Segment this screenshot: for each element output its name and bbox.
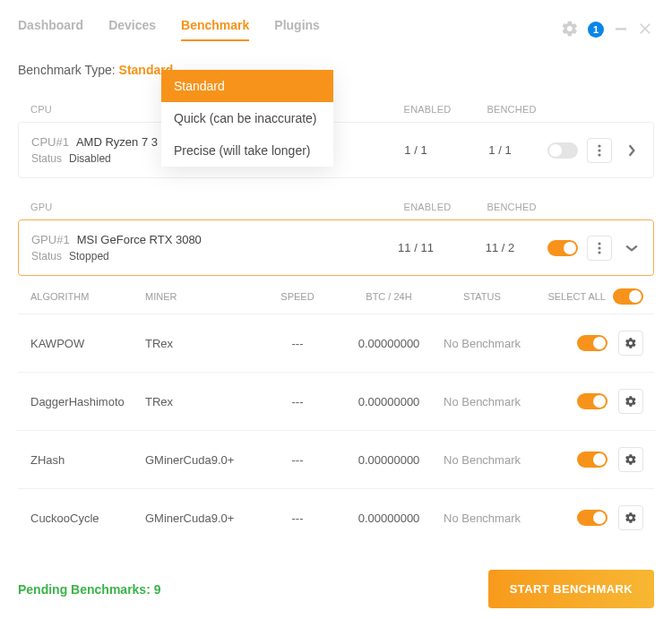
algorithm-table-body: KAWPOWTRex---0.00000000No BenchmarkDagge… <box>18 314 654 546</box>
header-benched: BENCHED <box>464 202 559 212</box>
algo-toggle[interactable] <box>577 335 607 351</box>
algo-btc: 0.00000000 <box>342 395 435 408</box>
footer: Pending Benchmarks: 9 START BENCHMARK <box>18 570 654 619</box>
cpu-toggle[interactable] <box>547 142 578 159</box>
header-enabled: ENABLED <box>391 104 464 115</box>
algo-miner: TRex <box>145 337 253 350</box>
tab-devices[interactable]: Devices <box>108 18 156 41</box>
cpu-section-header: CPU ENABLED BENCHED <box>18 95 654 122</box>
cpu-name: AMD Ryzen 7 3 <box>76 135 158 149</box>
pending-benchmarks: Pending Benchmarks: 9 <box>18 582 161 597</box>
cpu-benched: 1 / 1 <box>452 143 547 157</box>
algo-speed: --- <box>253 337 342 350</box>
algo-miner: TRex <box>145 395 253 408</box>
settings-icon[interactable] <box>561 20 579 40</box>
algo-btc: 0.00000000 <box>342 337 435 350</box>
cpu-tag: CPU#1 <box>31 135 69 149</box>
benchmark-type-row: Benchmark Type: Standard <box>18 63 654 77</box>
main-content: CPU ENABLED BENCHED CPU#1 AMD Ryzen 7 3 … <box>18 95 654 619</box>
svg-point-5 <box>598 246 600 249</box>
algo-settings-button[interactable] <box>618 447 643 472</box>
gpu-status-label: Status <box>31 250 62 262</box>
start-benchmark-button[interactable]: START BENCHMARK <box>488 570 654 608</box>
close-icon[interactable] <box>638 21 654 39</box>
gpu-tag: GPU#1 <box>31 233 70 246</box>
algo-settings-button[interactable] <box>618 331 643 356</box>
algorithm-table-header: ALGORITHM MINER SPEED BTC / 24H STATUS S… <box>18 276 654 314</box>
gpu-device-info: GPU#1 MSI GeForce RTX 3080 Status Stoppe… <box>31 233 379 262</box>
header-enabled: ENABLED <box>391 202 464 212</box>
algo-btc: 0.00000000 <box>342 453 435 467</box>
algorithm-row: CuckooCycleGMinerCuda9.0+---0.00000000No… <box>18 488 654 546</box>
algo-toggle[interactable] <box>577 510 607 526</box>
algo-name: ZHash <box>30 453 145 467</box>
algorithm-row: KAWPOWTRex---0.00000000No Benchmark <box>18 314 654 372</box>
algorithm-row: ZHashGMinerCuda9.0+---0.00000000No Bench… <box>18 430 654 488</box>
benchmark-type-label: Benchmark Type: <box>18 63 116 77</box>
header-status: STATUS <box>435 291 529 302</box>
dropdown-option[interactable]: Precise (will take longer) <box>161 134 333 167</box>
gpu-device-card: GPU#1 MSI GeForce RTX 3080 Status Stoppe… <box>18 219 654 276</box>
algo-name: DaggerHashimoto <box>30 395 145 408</box>
benchmark-type-dropdown[interactable]: StandardQuick (can be inaccurate)Precise… <box>161 70 333 167</box>
gpu-benched: 11 / 2 <box>452 241 547 254</box>
gpu-menu-button[interactable] <box>587 236 612 261</box>
header-miner: MINER <box>145 291 253 302</box>
cpu-device-card: CPU#1 AMD Ryzen 7 3 Status Disabled 1 / … <box>18 122 654 178</box>
algo-miner: GMinerCuda9.0+ <box>145 453 253 467</box>
svg-point-1 <box>598 144 600 147</box>
header-benched: BENCHED <box>464 104 559 115</box>
select-all-toggle[interactable] <box>613 288 643 305</box>
dropdown-option[interactable]: Standard <box>161 70 333 102</box>
gpu-collapse-icon[interactable] <box>621 244 642 253</box>
algo-status: No Benchmark <box>435 395 529 408</box>
dropdown-option[interactable]: Quick (can be inaccurate) <box>161 102 333 134</box>
cpu-status-label: Status <box>31 152 62 165</box>
cpu-menu-button[interactable] <box>587 138 612 163</box>
svg-point-2 <box>598 149 600 151</box>
notification-badge[interactable]: 1 <box>588 21 604 38</box>
svg-point-4 <box>598 242 600 245</box>
algo-toggle[interactable] <box>577 393 607 409</box>
svg-point-3 <box>598 153 600 156</box>
algo-miner: GMinerCuda9.0+ <box>145 512 253 525</box>
algo-name: CuckooCycle <box>30 512 145 525</box>
topbar: DashboardDevicesBenchmarkPlugins 1 <box>18 18 654 41</box>
tab-plugins[interactable]: Plugins <box>274 18 320 41</box>
algo-status: No Benchmark <box>435 453 529 467</box>
cpu-enabled: 1 / 1 <box>379 143 452 157</box>
gpu-toggle[interactable] <box>547 240 578 256</box>
cpu-status-value: Disabled <box>69 152 111 165</box>
algo-toggle[interactable] <box>577 451 607 468</box>
algo-speed: --- <box>253 453 342 467</box>
gpu-name: MSI GeForce RTX 3080 <box>77 233 202 246</box>
nav-tabs: DashboardDevicesBenchmarkPlugins <box>18 18 320 41</box>
algo-btc: 0.00000000 <box>342 512 435 525</box>
algo-settings-button[interactable] <box>618 505 643 530</box>
svg-point-6 <box>598 251 600 254</box>
gpu-status-value: Stopped <box>69 250 109 262</box>
algorithm-row: DaggerHashimotoTRex---0.00000000No Bench… <box>18 372 654 430</box>
algo-status: No Benchmark <box>435 512 529 525</box>
header-select-all: SELECT ALL <box>547 291 606 302</box>
tab-dashboard[interactable]: Dashboard <box>18 18 83 41</box>
svg-rect-0 <box>616 28 626 30</box>
header-speed: SPEED <box>253 291 342 302</box>
cpu-expand-icon[interactable] <box>621 144 642 157</box>
algo-name: KAWPOW <box>30 337 145 350</box>
minimize-icon[interactable] <box>613 21 629 39</box>
window-controls: 1 <box>561 20 654 40</box>
gpu-section-header: GPU ENABLED BENCHED <box>18 193 654 219</box>
algo-speed: --- <box>253 395 342 408</box>
algo-speed: --- <box>253 512 342 525</box>
header-btc: BTC / 24H <box>342 291 435 302</box>
header-algorithm: ALGORITHM <box>30 291 145 302</box>
app: DashboardDevicesBenchmarkPlugins 1 Bench… <box>0 0 672 619</box>
algo-status: No Benchmark <box>435 337 529 350</box>
algo-settings-button[interactable] <box>618 389 643 414</box>
gpu-enabled: 11 / 11 <box>379 241 452 254</box>
tab-benchmark[interactable]: Benchmark <box>181 18 249 41</box>
gpu-label: GPU <box>30 202 391 212</box>
